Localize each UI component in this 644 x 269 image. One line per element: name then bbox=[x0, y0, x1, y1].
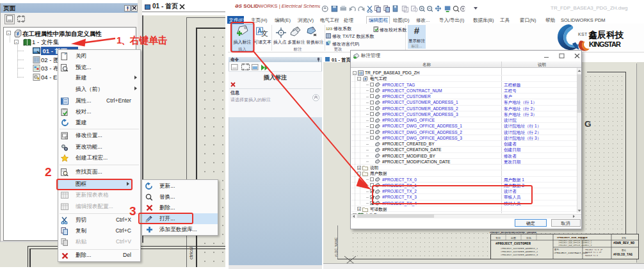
svg-text:#PROJECT_CUSTOMER_ADDRESS_1: #PROJECT_CUSTOMER_ADDRESS_1 bbox=[501, 247, 538, 250]
svg-text:图号:: 图号: bbox=[554, 249, 559, 251]
svg-text:出图: 出图 bbox=[511, 236, 516, 240]
svg-text:#FOLIO_TAG: #FOLIO_TAG bbox=[613, 253, 632, 257]
svg-text:材号: 材号 bbox=[622, 237, 627, 240]
svg-text:#PROJECT_DWG_OFFICE_ADDRESS_3: #PROJECT_DWG_OFFICE_ADDRESS_3 bbox=[558, 245, 592, 247]
svg-text:HANDLE TX 3: HANDLE TX 3 bbox=[585, 255, 598, 257]
svg-text:#PROJECT_CUSTOMER: #PROJECT_CUSTOMER bbox=[495, 242, 531, 246]
svg-text:#PROJECT_CUSTOMER_ADDRESS_3: #PROJECT_CUSTOMER_ADDRESS_3 bbox=[501, 254, 538, 256]
svg-text:#PROJECT_CUSTOMER_ADDRESS_2: #PROJECT_CUSTOMER_ADDRESS_2 bbox=[501, 250, 538, 253]
svg-text:#DWN_REV_NO: #DWN_REV_NO bbox=[613, 241, 634, 245]
svg-text:PROJECT TX 0 2F: PROJECT TX 0 2F bbox=[585, 249, 602, 251]
svg-text:#PROJECT_CONTRACT_NUM: #PROJECT_CONTRACT_NUM bbox=[554, 252, 588, 254]
svg-text:图名: 图名 bbox=[622, 249, 626, 252]
svg-text:#PROJECT_DWG_OFFICE: #PROJECT_DWG_OFFICE bbox=[557, 236, 588, 239]
svg-text:#PROJECT_REV#DATE#DES#APR#REV_: #PROJECT_REV#DATE#DES#APR#REV_LOG#WEIG bbox=[490, 231, 536, 234]
svg-text:审见: 审见 bbox=[526, 236, 531, 240]
svg-text:专目: 专目 bbox=[495, 236, 501, 240]
svg-text:HANDLE TX 1 2F: HANDLE TX 1 2F bbox=[585, 252, 601, 254]
